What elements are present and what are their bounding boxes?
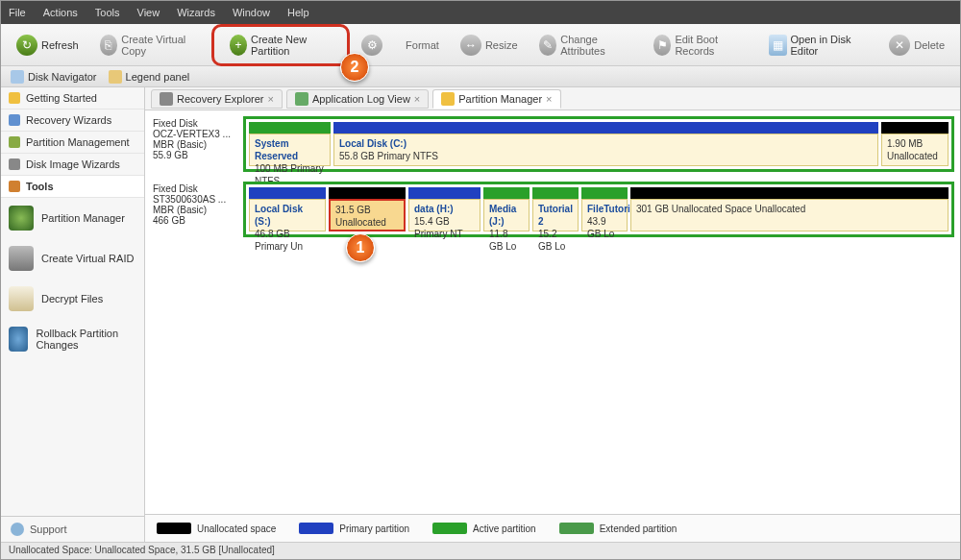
partition-icon xyxy=(9,136,20,148)
tool-decrypt-files[interactable]: Decrypt Files xyxy=(1,279,144,319)
delete-button: ✕Delete xyxy=(879,29,954,61)
menu-actions[interactable]: Actions xyxy=(43,7,78,18)
resize-icon: ↔ xyxy=(460,35,481,56)
boot-icon: ⚑ xyxy=(653,35,672,56)
partition-media-j[interactable]: Media (J:)11.8 GB Lo xyxy=(483,187,530,231)
legend-active: Active partition xyxy=(432,523,536,534)
raid-icon xyxy=(9,246,34,271)
disk-2-map: Local Disk (S:)46.8 GB Primary Un 31.5 G… xyxy=(243,182,954,237)
copy-icon: ⎘ xyxy=(100,35,118,56)
legend-unallocated: Unallocated space xyxy=(157,523,276,534)
support-link[interactable]: Support xyxy=(1,516,144,542)
resize-button: ↔Resize xyxy=(451,29,528,61)
menubar: File Actions Tools View Wizards Window H… xyxy=(1,1,960,24)
sidebar-item-recovery-wizards[interactable]: Recovery Wizards xyxy=(1,110,144,132)
callout-2: 2 xyxy=(340,53,369,82)
create-new-partition-button[interactable]: +Create New Partition xyxy=(220,29,341,61)
menu-help[interactable]: Help xyxy=(287,7,309,18)
tools-icon xyxy=(9,181,20,192)
partition-unallocated-selected[interactable]: 31.5 GB Unallocated xyxy=(329,187,406,231)
disk-row-1: Fixed Disk OCZ-VERTEX3 ... MBR (Basic) 5… xyxy=(151,116,954,172)
toolbar: ↻Refresh ⎘Create Virtual Copy +Create Ne… xyxy=(1,24,960,66)
format-icon: ⚙ xyxy=(361,35,382,56)
partition-unallocated-1[interactable]: 1.90 MB Unallocated xyxy=(881,122,949,166)
open-disk-editor-button[interactable]: ▦Open in Disk Editor xyxy=(759,29,877,61)
status-bar: Unallocated Space: Unallocated Space, 31… xyxy=(1,542,960,559)
delete-icon: ✕ xyxy=(889,35,910,56)
edit-boot-records-button: ⚑Edit Boot Records xyxy=(644,29,757,61)
disk-area: Fixed Disk OCZ-VERTEX3 ... MBR (Basic) 5… xyxy=(145,110,960,514)
disk-navigator-toggle[interactable]: Disk Navigator xyxy=(11,70,97,84)
format-button: ⚙Format xyxy=(352,29,449,61)
navigator-icon xyxy=(11,70,24,84)
sidebar-item-tools[interactable]: Tools xyxy=(1,176,144,198)
star-icon xyxy=(9,92,20,104)
manager-icon xyxy=(441,92,455,106)
disk-2-info: Fixed Disk ST3500630AS ... MBR (Basic) 4… xyxy=(151,182,237,237)
legend: Unallocated space Primary partition Acti… xyxy=(145,514,960,542)
tool-partition-manager[interactable]: Partition Manager xyxy=(1,198,144,238)
legend-icon xyxy=(109,70,122,84)
partition-icon: + xyxy=(230,35,247,56)
legend-primary: Primary partition xyxy=(299,523,409,534)
sidebar-item-partition-management[interactable]: Partition Management xyxy=(1,132,144,154)
tool-rollback-partition-changes[interactable]: Rollback Partition Changes xyxy=(1,319,144,359)
disk-1-map: System Reserved100 MB Primary NTFS Local… xyxy=(243,116,954,172)
sidebar-item-disk-image-wizards[interactable]: Disk Image Wizards xyxy=(1,154,144,176)
partition-data-h[interactable]: data (H:)15.4 GB Primary NT xyxy=(408,187,480,231)
disk-row-2: Fixed Disk ST3500630AS ... MBR (Basic) 4… xyxy=(151,182,954,237)
main-panel: Recovery Explorer× Application Log View×… xyxy=(145,87,960,542)
legend-panel-toggle[interactable]: Legend panel xyxy=(109,70,190,84)
image-icon xyxy=(9,158,20,170)
partition-file-tutorial[interactable]: FileTutoria43.9 GB Lo xyxy=(581,187,628,231)
close-icon[interactable]: × xyxy=(546,93,552,105)
create-virtual-copy-button: ⎘Create Virtual Copy xyxy=(90,29,209,61)
tabs: Recovery Explorer× Application Log View×… xyxy=(145,87,960,110)
tool-create-virtual-raid[interactable]: Create Virtual RAID xyxy=(1,238,144,279)
editor-icon: ▦ xyxy=(769,35,787,56)
change-attributes-button: ✎Change Attributes xyxy=(530,29,642,61)
callout-1: 1 xyxy=(346,233,375,262)
info-icon xyxy=(11,523,24,536)
partition-system-reserved[interactable]: System Reserved100 MB Primary NTFS xyxy=(249,122,331,166)
partition-tutorial-2[interactable]: Tutorial 215.2 GB Lo xyxy=(532,187,579,231)
legend-extended: Extended partition xyxy=(559,523,678,534)
lock-icon xyxy=(9,286,34,311)
partition-local-disk-s[interactable]: Local Disk (S:)46.8 GB Primary Un xyxy=(249,187,326,231)
disk-icon xyxy=(160,92,173,106)
globe-icon xyxy=(9,206,34,231)
refresh-button[interactable]: ↻Refresh xyxy=(7,29,88,61)
close-icon[interactable]: × xyxy=(267,93,273,105)
refresh-icon: ↻ xyxy=(16,35,37,56)
partition-unallocated-large[interactable]: 301 GB Unallocated Space Unallocated xyxy=(630,187,949,231)
log-icon xyxy=(295,92,308,106)
wizard-icon xyxy=(9,114,20,126)
sidebar: Getting Started Recovery Wizards Partiti… xyxy=(1,87,145,542)
close-icon[interactable]: × xyxy=(414,93,420,105)
menu-tools[interactable]: Tools xyxy=(95,7,120,18)
tab-recovery-explorer[interactable]: Recovery Explorer× xyxy=(151,89,283,109)
menu-window[interactable]: Window xyxy=(233,7,270,18)
partition-local-disk-c[interactable]: Local Disk (C:)55.8 GB Primary NTFS xyxy=(333,122,878,166)
tab-application-log[interactable]: Application Log View× xyxy=(286,89,429,109)
panelbar: Disk Navigator Legend panel xyxy=(1,66,960,87)
menu-view[interactable]: View xyxy=(137,7,160,18)
tab-partition-manager[interactable]: Partition Manager× xyxy=(432,89,560,109)
disk-1-info: Fixed Disk OCZ-VERTEX3 ... MBR (Basic) 5… xyxy=(151,116,237,172)
attributes-icon: ✎ xyxy=(539,35,557,56)
menu-wizards[interactable]: Wizards xyxy=(177,7,215,18)
menu-file[interactable]: File xyxy=(9,7,26,18)
rollback-icon xyxy=(9,327,28,352)
sidebar-item-getting-started[interactable]: Getting Started xyxy=(1,87,144,110)
